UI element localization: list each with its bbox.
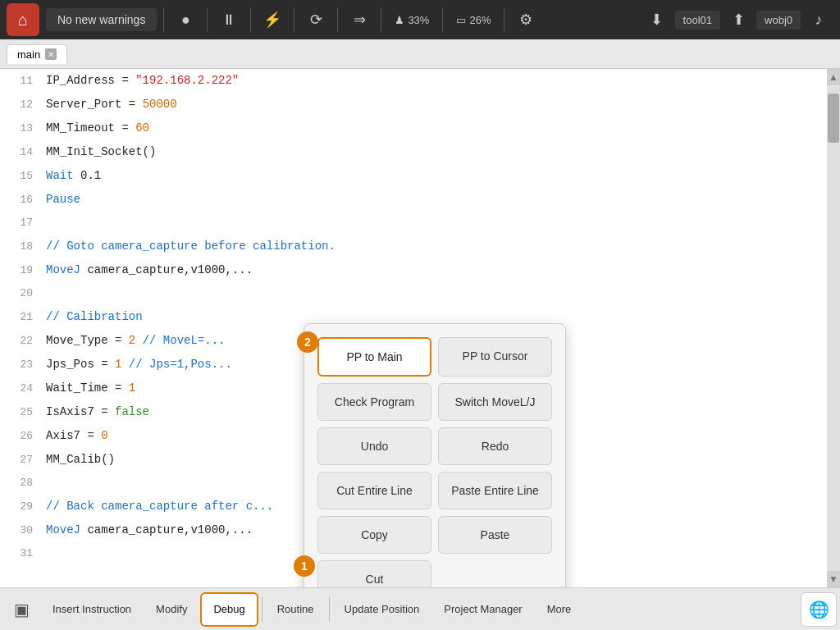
line-number: 31 <box>7 542 33 565</box>
code-token: 50000 <box>143 98 177 111</box>
pause-icon[interactable]: ⏸ <box>214 5 244 34</box>
table-row: 14MM_Init_Socket() <box>0 140 827 164</box>
bottombar: ▣ Insert InstructionModifyDebugRoutineUp… <box>0 587 840 630</box>
download-icon[interactable]: ⬇ <box>642 5 672 34</box>
context-menu-button-cut[interactable]: Cut <box>317 560 431 587</box>
bottom-tab-routine[interactable]: Routine <box>266 592 326 627</box>
context-menu-button-check-program[interactable]: Check Program <box>317 383 431 421</box>
upload-icon[interactable]: ⬆ <box>724 5 753 34</box>
table-row: 16Pause <box>0 188 827 212</box>
table-row: 20 <box>0 282 827 305</box>
home-button[interactable]: ⌂ <box>7 3 39 36</box>
divider-3 <box>250 7 251 32</box>
badge-1: 1 <box>294 555 315 577</box>
divider-7 <box>442 7 443 32</box>
context-menu-button-paste[interactable]: Paste <box>438 516 552 554</box>
bottom-divider <box>329 597 330 622</box>
line-number: 22 <box>7 330 33 353</box>
run-stat: ♟ 33% <box>388 14 436 26</box>
tool-label: tool01 <box>675 11 720 30</box>
loop-icon[interactable]: ⟳ <box>301 5 331 34</box>
divider-8 <box>504 7 504 32</box>
mem-stat: ▭ 26% <box>450 14 497 26</box>
run-percent: 33% <box>408 14 429 26</box>
line-content[interactable]: MM_Init_Socket() <box>46 140 820 163</box>
line-number: 28 <box>7 472 33 495</box>
code-token: 60 <box>135 121 149 135</box>
line-number: 23 <box>7 354 33 377</box>
line-content[interactable]: Wait 0.1 <box>46 164 820 187</box>
tab-main[interactable]: main ✕ <box>7 44 67 64</box>
code-token: IP_Address = <box>46 74 135 87</box>
tab-close-button[interactable]: ✕ <box>45 48 57 60</box>
line-content[interactable]: MoveJ camera_capture,v1000,... <box>46 258 820 281</box>
line-number: 17 <box>7 212 33 235</box>
line-number: 20 <box>7 282 33 305</box>
badge-2: 2 <box>297 331 318 353</box>
line-number: 24 <box>7 377 33 400</box>
bottom-tab-insert-instruction[interactable]: Insert Instruction <box>41 592 143 627</box>
context-menu-button-switch-movelj[interactable]: Switch MoveL/J <box>438 383 552 421</box>
line-number: 30 <box>7 519 33 542</box>
code-token: Wait_Time = <box>46 381 129 395</box>
run-icon: ♟ <box>395 14 404 26</box>
code-token: // Back camera_capture after c... <box>46 500 273 513</box>
code-token: Move_Type = <box>46 334 129 347</box>
code-token: Axis7 = <box>46 429 101 442</box>
context-menu-button-copy[interactable]: Copy <box>317 516 431 554</box>
context-menu-button-pp-main[interactable]: PP to Main <box>317 337 431 377</box>
code-token: 1 <box>129 381 135 395</box>
line-number: 19 <box>7 259 33 282</box>
line-number: 15 <box>7 165 33 188</box>
code-editor: 11IP_Address = "192.168.2.222"12Server_P… <box>0 69 840 587</box>
divider-1 <box>163 7 164 32</box>
line-content[interactable]: Pause <box>46 188 820 211</box>
scroll-down-arrow[interactable]: ▼ <box>827 571 840 587</box>
line-content[interactable]: IP_Address = "192.168.2.222" <box>46 69 820 92</box>
code-token: camera_capture,v1000,... <box>87 263 253 276</box>
context-menu-button-redo[interactable]: Redo <box>438 427 552 465</box>
tabbar: main ✕ <box>0 39 840 69</box>
scroll-track[interactable] <box>827 85 840 571</box>
line-content[interactable]: Server_Port = 50000 <box>46 93 820 116</box>
bottom-tab-modify[interactable]: Modify <box>144 592 199 627</box>
bottom-tab-more[interactable]: More <box>536 592 583 627</box>
bottom-tab-debug[interactable]: Debug <box>200 592 258 627</box>
context-menu: PP to MainPP to CursorCheck ProgramSwitc… <box>304 323 566 587</box>
table-row: 15Wait 0.1 <box>0 164 827 188</box>
line-number: 21 <box>7 306 33 329</box>
scroll-thumb[interactable] <box>828 94 839 143</box>
table-row: 19MoveJ camera_capture,v1000,... <box>0 258 827 282</box>
globe-button[interactable]: 🌐 <box>801 592 837 627</box>
context-menu-button-pp-cursor[interactable]: PP to Cursor <box>438 337 552 377</box>
code-token: 2 <box>129 334 135 347</box>
code-token: 0.1 <box>80 169 101 182</box>
line-number: 18 <box>7 235 33 258</box>
code-token: Jps_Pos = <box>46 358 115 371</box>
panel-toggle-button[interactable]: ▣ <box>3 592 39 627</box>
table-row: 17 <box>0 212 827 235</box>
vertical-scrollbar[interactable]: ▲ ▼ <box>827 69 840 587</box>
line-content[interactable]: MM_Timeout = 60 <box>46 116 820 139</box>
code-token: Server_Port = <box>46 98 143 111</box>
divider-4 <box>294 7 294 32</box>
flash-icon[interactable]: ⚡ <box>258 5 287 34</box>
scroll-up-arrow[interactable]: ▲ <box>827 69 840 85</box>
input-icon[interactable]: ● <box>171 5 200 34</box>
context-menu-button-undo[interactable]: Undo <box>317 427 431 465</box>
settings-icon[interactable]: ⚙ <box>511 5 541 34</box>
music-icon[interactable]: ♪ <box>804 5 833 34</box>
divider-6 <box>381 7 381 32</box>
code-token: // Goto camera_capture before calibratio… <box>46 240 336 253</box>
warning-status: No new warnings <box>46 8 157 31</box>
code-token: // Calibration <box>46 310 143 323</box>
bottom-tab-update-position[interactable]: Update Position <box>333 592 431 627</box>
line-number: 26 <box>7 425 33 448</box>
context-menu-button-cut-entire-line[interactable]: Cut Entire Line <box>317 472 431 509</box>
arrow-icon[interactable]: ⇒ <box>345 5 374 34</box>
code-token: MM_Calib() <box>46 453 115 466</box>
code-token: "192.168.2.222" <box>135 74 239 87</box>
context-menu-button-paste-entire-line[interactable]: Paste Entire Line <box>438 472 552 509</box>
line-content[interactable]: // Goto camera_capture before calibratio… <box>46 235 820 258</box>
bottom-tab-project-manager[interactable]: Project Manager <box>432 592 533 627</box>
